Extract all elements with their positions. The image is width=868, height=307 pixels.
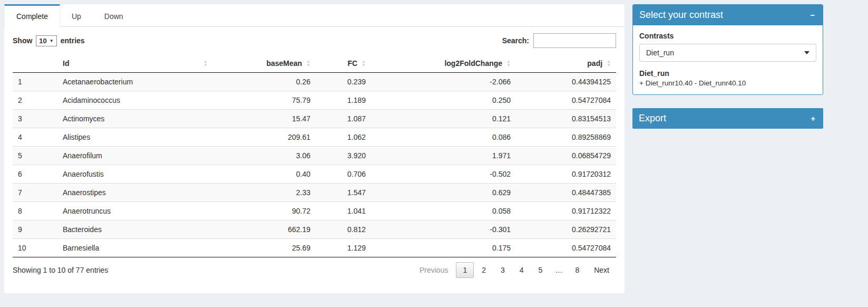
table-info: Showing 1 to 10 of 77 entries xyxy=(13,266,108,274)
cell-num: 10 xyxy=(13,239,57,257)
cell-log2foldchange: 0.250 xyxy=(371,91,516,110)
results-tab-bar: CompleteUpDown xyxy=(4,4,625,27)
cell-fc: 3.920 xyxy=(316,147,371,165)
cell-id: Actinomyces xyxy=(57,110,213,128)
tab-down[interactable]: Down xyxy=(93,4,135,27)
column-header-id[interactable]: Id ▲▼ xyxy=(57,54,213,73)
cell-log2foldchange: 0.058 xyxy=(371,202,516,220)
column-header-basemean[interactable]: baseMean ▲▼ xyxy=(213,54,316,73)
search-label: Search: xyxy=(502,36,529,45)
cell-log2foldchange: -0.301 xyxy=(371,220,516,239)
cell-fc: 1.189 xyxy=(316,91,371,110)
cell-basemean: 3.06 xyxy=(213,147,316,165)
cell-num: 3 xyxy=(13,110,57,128)
table-row[interactable]: 3Actinomyces15.471.0870.1210.83154513 xyxy=(13,110,616,128)
cell-id: Barnesiella xyxy=(57,239,213,257)
table-row[interactable]: 1Acetanaerobacterium0.260.239-2.0660.443… xyxy=(13,73,616,91)
table-row[interactable]: 5Anaerofilum3.063.9201.9710.06854729 xyxy=(13,147,616,165)
cell-id: Anaerofilum xyxy=(57,147,213,165)
column-header-fc[interactable]: FC ▲▼ xyxy=(316,54,371,73)
select-caret-icon: ▼ xyxy=(50,39,54,43)
table-row[interactable]: 7Anaerostipes2.331.5470.6290.48447385 xyxy=(13,184,616,202)
sort-icon: ▲▼ xyxy=(306,60,310,67)
cell-id: Anaerofustis xyxy=(57,165,213,184)
table-row[interactable]: 2Acidaminococcus75.791.1890.2500.5472708… xyxy=(13,91,616,110)
pagination-page-4[interactable]: 4 xyxy=(513,262,531,278)
column-header-label: FC xyxy=(347,59,357,68)
cell-basemean: 15.47 xyxy=(213,110,316,128)
contrast-box: Select your contrast − Contrasts Diet_ru… xyxy=(632,4,823,95)
column-header-index[interactable] xyxy=(13,54,57,73)
table-row[interactable]: 4Alistipes209.611.0620.0860.89258869 xyxy=(13,128,616,147)
table-row[interactable]: 10Barnesiella25.691.1290.1750.54727084 xyxy=(13,239,616,257)
table-row[interactable]: 9Bacteroides662.190.812-0.3010.26292721 xyxy=(13,220,616,239)
cell-log2foldchange: 0.175 xyxy=(371,239,516,257)
cell-padj: 0.91712322 xyxy=(516,202,616,220)
table-row[interactable]: 8Anaerotruncus90.721.0410.0580.91712322 xyxy=(13,202,616,220)
cell-padj: 0.83154513 xyxy=(516,110,616,128)
cell-fc: 1.041 xyxy=(316,202,371,220)
length-label-prefix: Show xyxy=(13,36,32,45)
cell-fc: 1.062 xyxy=(316,128,371,147)
cell-basemean: 0.40 xyxy=(213,165,316,184)
table-controls: Show 10 ▼ entries Search: xyxy=(13,33,616,48)
cell-fc: 0.706 xyxy=(316,165,371,184)
expand-plus-icon[interactable]: + xyxy=(809,114,817,122)
cell-padj: 0.54727084 xyxy=(516,91,616,110)
cell-num: 4 xyxy=(13,128,57,147)
pagination-next[interactable]: Next xyxy=(587,262,616,278)
cell-num: 2 xyxy=(13,91,57,110)
contrast-selected-value: Diet_run xyxy=(646,49,674,57)
length-label-suffix: entries xyxy=(61,36,85,45)
cell-basemean: 662.19 xyxy=(213,220,316,239)
cell-log2foldchange: 0.086 xyxy=(371,128,516,147)
column-header-padj[interactable]: padj ▲▼ xyxy=(516,54,616,73)
cell-id: Alistipes xyxy=(57,128,213,147)
export-box: Export + xyxy=(632,108,823,129)
page: CompleteUpDown Show 10 ▼ entries Search: xyxy=(0,0,868,293)
cell-fc: 1.087 xyxy=(316,110,371,128)
cell-basemean: 2.33 xyxy=(213,184,316,202)
cell-num: 9 xyxy=(13,220,57,239)
column-header-label: Id xyxy=(63,59,69,68)
export-box-title: Export xyxy=(639,113,666,124)
column-header-label: padj xyxy=(587,59,602,68)
pagination-page-1[interactable]: 1 xyxy=(456,262,474,278)
pagination-ellipsis: … xyxy=(550,262,567,278)
cell-padj: 0.26292721 xyxy=(516,220,616,239)
cell-log2foldchange: 0.121 xyxy=(371,110,516,128)
contrast-box-title: Select your contrast xyxy=(639,9,723,21)
pagination-page-2[interactable]: 2 xyxy=(475,262,493,278)
tab-up[interactable]: Up xyxy=(60,4,93,27)
cell-fc: 0.239 xyxy=(316,73,371,91)
contrast-description: Diet_run + Diet_runr10.40 - Diet_runr40.… xyxy=(639,69,816,87)
cell-fc: 1.129 xyxy=(316,239,371,257)
cell-padj: 0.44394125 xyxy=(516,73,616,91)
contrast-box-header[interactable]: Select your contrast − xyxy=(633,5,823,25)
pagination-previous[interactable]: Previous xyxy=(413,262,455,278)
cell-id: Acidaminococcus xyxy=(57,91,213,110)
cell-basemean: 25.69 xyxy=(213,239,316,257)
column-header-log2foldchange[interactable]: log2FoldChange ▲▼ xyxy=(371,54,516,73)
cell-log2foldchange: 1.971 xyxy=(371,147,516,165)
cell-log2foldchange: 0.629 xyxy=(371,184,516,202)
side-column: Select your contrast − Contrasts Diet_ru… xyxy=(632,4,823,142)
sort-icon: ▲▼ xyxy=(506,60,511,67)
table-row[interactable]: 6Anaerofustis0.400.706-0.5020.91720312 xyxy=(13,165,616,184)
pagination-page-3[interactable]: 3 xyxy=(494,262,512,278)
tab-complete[interactable]: Complete xyxy=(4,4,60,27)
page-length-value: 10 xyxy=(39,37,46,45)
sort-icon: ▲▼ xyxy=(203,60,208,67)
search-input[interactable] xyxy=(533,33,616,48)
cell-id: Acetanaerobacterium xyxy=(57,73,213,91)
table-header-row: Id ▲▼ baseMean ▲▼ FC xyxy=(13,54,616,73)
pagination-page-5[interactable]: 5 xyxy=(532,262,550,278)
page-length-select[interactable]: 10 ▼ xyxy=(36,35,56,46)
contrast-select[interactable]: Diet_run xyxy=(639,44,816,62)
pagination-page-8[interactable]: 8 xyxy=(568,262,586,278)
pagination: Previous12345…8Next xyxy=(412,262,616,278)
export-box-header[interactable]: Export + xyxy=(632,108,823,129)
cell-padj: 0.54727084 xyxy=(516,239,616,257)
collapse-minus-icon[interactable]: − xyxy=(808,11,816,19)
cell-padj: 0.48447385 xyxy=(516,184,616,202)
